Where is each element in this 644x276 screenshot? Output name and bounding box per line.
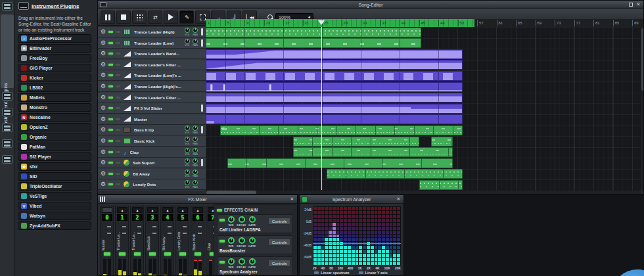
channel-vu-meter[interactable] — [103, 259, 106, 276]
automation-pattern[interactable] — [206, 82, 463, 92]
root-tab-icon[interactable] — [2, 139, 12, 148]
channel-move-up-icon[interactable]: ▴ — [162, 207, 173, 213]
knob-dial[interactable] — [249, 258, 256, 265]
vol-knob-dial[interactable] — [185, 180, 190, 185]
gate-knob[interactable]: GATE — [248, 237, 256, 248]
plugin-item-sid[interactable]: SID — [18, 172, 91, 181]
checkbox-icon[interactable] — [359, 271, 363, 274]
mute-led[interactable] — [108, 183, 113, 185]
gear-icon[interactable]: ⚙ — [101, 72, 106, 78]
pan-knob-dial[interactable] — [193, 28, 198, 33]
channel-vu-meter[interactable] — [198, 259, 202, 276]
plugin-item-monstro[interactable]: Monstro — [18, 103, 91, 112]
channel-vu-meter[interactable] — [179, 259, 182, 276]
solo-led[interactable] — [116, 97, 120, 99]
gear-icon[interactable]: ⚙ — [101, 138, 106, 144]
gear-icon[interactable]: ⚙ — [101, 51, 106, 57]
pattern-segment[interactable] — [293, 137, 419, 147]
plugin-item-vibed[interactable]: VVibed — [18, 202, 91, 210]
mute-led[interactable] — [108, 129, 113, 131]
pattern-segment[interactable] — [227, 158, 453, 168]
vol-knob[interactable]: VOL — [185, 158, 190, 167]
mute-led[interactable] — [108, 97, 113, 99]
pattern-segment[interactable] — [206, 28, 421, 37]
pattern-segment[interactable] — [419, 180, 463, 190]
close-icon[interactable]: ✕ — [289, 196, 295, 202]
add-sample-track-button[interactable]: ⇄ — [148, 11, 162, 24]
add-automation-track-button[interactable] — [164, 11, 178, 24]
pattern-segment[interactable] — [431, 137, 453, 147]
channel-mute-led[interactable] — [104, 252, 110, 256]
gear-icon[interactable]: ⚙ — [101, 83, 106, 89]
channel-vu-meter[interactable] — [149, 259, 152, 276]
vol-knob-dial[interactable] — [185, 148, 190, 153]
channel-move-up-icon[interactable]: ▴ — [132, 207, 143, 213]
gear-icon[interactable]: ⚙ — [101, 62, 106, 68]
spectrum-titlebar[interactable]: Spectrum Analyzer ✕ — [300, 195, 403, 204]
pan-knob[interactable]: PAN — [193, 148, 198, 156]
instruments-tab-icon[interactable] — [2, 2, 12, 11]
plugin-item-watsyn[interactable]: Watsyn — [18, 212, 91, 220]
timeline[interactable]: 1591317212529333741454953576165697377818… — [206, 19, 644, 27]
pan-knob[interactable]: PAN — [193, 180, 198, 189]
mute-led[interactable] — [108, 140, 113, 142]
mixer-channel-5[interactable]: ▴5Lonely Dots — [175, 206, 189, 276]
computer-tab-icon[interactable] — [2, 155, 12, 164]
channel-vu-meter[interactable] — [164, 259, 167, 276]
presets-tab-icon[interactable] — [2, 108, 12, 116]
fx-mixer-titlebar[interactable]: FX-Mixer ✕ — [98, 195, 297, 204]
gear-icon[interactable]: ⚙ — [101, 40, 106, 46]
track-name[interactable]: Bass It Up — [134, 127, 154, 132]
channel-vu-meter[interactable] — [133, 259, 137, 276]
channel-move-up-icon[interactable]: ▴ — [117, 207, 127, 213]
mute-led[interactable] — [108, 64, 113, 66]
channel-mute-led[interactable] — [179, 252, 186, 256]
channel-vu-meter[interactable] — [194, 259, 197, 276]
plugin-item-opulenz[interactable]: OpulenZ — [18, 123, 91, 131]
pan-knob[interactable]: PAN — [193, 158, 198, 167]
channel-mute-led[interactable] — [195, 252, 201, 256]
knob-dial[interactable] — [239, 216, 245, 223]
channel-mute-led[interactable] — [134, 252, 141, 256]
pan-knob-dial[interactable] — [193, 137, 198, 142]
mixer-channel-2[interactable]: ▴2Trance Le... — [130, 206, 144, 276]
song-editor-vscrollbar-thumb[interactable] — [641, 28, 644, 91]
automation-pattern[interactable] — [206, 60, 463, 70]
decay-knob[interactable]: DECAY — [237, 258, 246, 269]
channel-mute-led[interactable] — [149, 252, 156, 256]
channel-vu-meter[interactable] — [153, 259, 156, 276]
pan-knob[interactable]: PAN — [193, 137, 198, 145]
wd-knob[interactable]: W/D — [227, 258, 235, 269]
pan-knob[interactable]: PAN — [193, 39, 198, 47]
pan-knob[interactable]: PAN — [193, 28, 198, 36]
solo-led[interactable] — [116, 85, 120, 87]
plugin-item-gig-player[interactable]: GIG Player — [18, 64, 91, 72]
mixer-channel-1[interactable]: ▴1Trance Le... — [115, 206, 129, 276]
gear-icon[interactable]: ⚙ — [101, 95, 106, 101]
channel-move-up-icon[interactable]: ▴ — [193, 207, 203, 213]
solo-led[interactable] — [116, 53, 120, 55]
automation-pattern[interactable] — [206, 49, 463, 59]
vol-knob[interactable]: VOL — [185, 137, 190, 145]
mute-led[interactable] — [108, 118, 113, 120]
vol-knob[interactable]: VOL — [185, 39, 190, 47]
song-editor-titlebar[interactable]: Song-Editor ✕ — [98, 1, 643, 9]
pattern-segment[interactable] — [293, 147, 453, 157]
solo-led[interactable] — [116, 31, 120, 33]
gear-icon[interactable]: ⚙ — [101, 29, 106, 35]
pan-knob[interactable]: PAN — [193, 126, 198, 134]
gear-icon[interactable]: ⚙ — [101, 181, 106, 187]
plugin-item-audiofileprocessor[interactable]: ♪AudioFileProcessor — [18, 34, 91, 43]
vol-knob-dial[interactable] — [185, 126, 190, 131]
track-name[interactable]: Trance Leader (High)'s... — [134, 84, 181, 89]
gate-knob[interactable]: GATE — [248, 216, 256, 227]
plugin-item-bitinvader[interactable]: ✳BitInvader — [18, 44, 91, 53]
channel-vu-meter[interactable] — [118, 259, 122, 276]
effect-enable-led[interactable] — [219, 240, 225, 242]
pattern-segment[interactable] — [206, 38, 421, 48]
solo-led[interactable] — [116, 129, 120, 131]
spectrum-checkbox-linear-spectrum[interactable]: Linear spectrum — [314, 271, 350, 275]
vol-knob[interactable]: VOL — [185, 180, 190, 189]
plugin-item-lb302[interactable]: LB302 — [18, 83, 91, 92]
plugin-item-zynaddsubfx[interactable]: ZynAddSubFX — [18, 221, 91, 230]
